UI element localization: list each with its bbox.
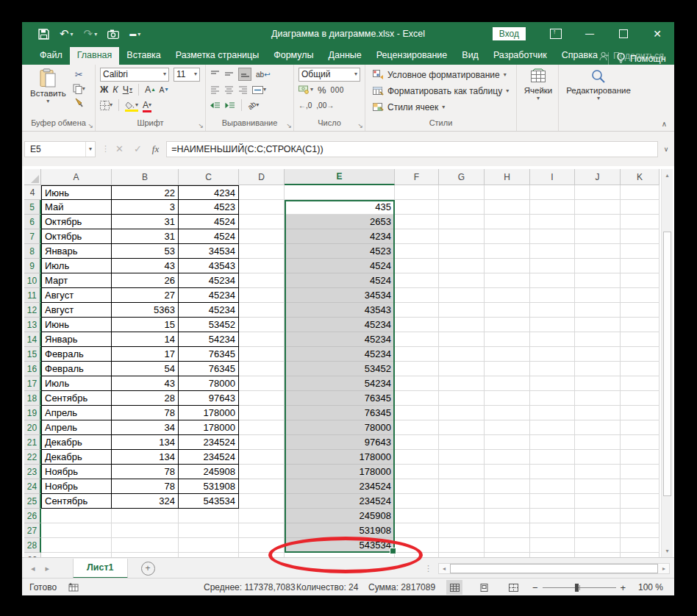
cell-d11[interactable] — [239, 288, 285, 303]
italic-button[interactable]: К — [112, 85, 118, 95]
cell-g22[interactable] — [439, 450, 485, 465]
conditional-formatting-button[interactable]: Условное форматирование▾ — [373, 67, 513, 82]
cell-h26[interactable] — [485, 509, 530, 523]
cell-a26[interactable] — [41, 509, 112, 523]
cell-d25[interactable] — [239, 494, 285, 509]
cell-j8[interactable] — [575, 244, 621, 259]
cell-d21[interactable] — [239, 435, 285, 450]
cell-d4[interactable] — [239, 185, 285, 200]
cell-k6[interactable] — [621, 215, 660, 229]
ribbon-tab-вставка[interactable]: Вставка — [119, 47, 168, 65]
cell-b23[interactable]: 78 — [112, 465, 179, 479]
cell-e12[interactable]: 43543 — [285, 303, 395, 318]
cell-f27[interactable] — [395, 523, 439, 538]
cell-k27[interactable] — [621, 523, 660, 538]
cell-b17[interactable]: 43 — [112, 376, 179, 391]
number-format-combobox[interactable]: Общий▾ — [299, 68, 360, 82]
cell-h17[interactable] — [485, 376, 530, 391]
ribbon-tab-данные[interactable]: Данные — [321, 47, 369, 65]
row-header-17[interactable]: 17 — [24, 376, 41, 391]
align-middle-button[interactable] — [224, 70, 234, 79]
cell-h19[interactable] — [485, 406, 530, 420]
select-all-corner[interactable] — [24, 169, 41, 185]
cell-d12[interactable] — [239, 303, 285, 318]
cell-i11[interactable] — [530, 288, 575, 303]
cell-f28[interactable] — [395, 538, 439, 553]
column-header-k[interactable]: K — [621, 169, 660, 185]
cell-g24[interactable] — [439, 479, 485, 494]
cell-k23[interactable] — [621, 465, 660, 479]
cell-g26[interactable] — [439, 509, 485, 523]
collapse-ribbon-button[interactable]: ∧ — [662, 120, 667, 128]
cell-k9[interactable] — [621, 259, 660, 273]
normal-view-button[interactable] — [446, 580, 462, 595]
cell-c16[interactable]: 76345 — [179, 362, 239, 376]
cell-j26[interactable] — [575, 509, 621, 523]
cell-i16[interactable] — [530, 362, 575, 376]
column-header-h[interactable]: H — [485, 169, 530, 185]
row-header-8[interactable]: 8 — [24, 244, 41, 259]
row-header-21[interactable]: 21 — [24, 435, 41, 450]
cell-e17[interactable]: 54234 — [285, 376, 395, 391]
sign-in-button[interactable]: Вход — [493, 27, 526, 40]
cell-k19[interactable] — [621, 406, 660, 420]
cell-h7[interactable] — [485, 229, 530, 244]
cell-k22[interactable] — [621, 450, 660, 465]
cell-a28[interactable] — [41, 538, 112, 553]
row-header-18[interactable]: 18 — [24, 391, 41, 406]
column-header-g[interactable]: G — [439, 169, 485, 185]
cell-d24[interactable] — [239, 479, 285, 494]
cell-k7[interactable] — [621, 229, 660, 244]
cell-j9[interactable] — [575, 259, 621, 273]
cell-g11[interactable] — [439, 288, 485, 303]
cell-b6[interactable]: 31 — [112, 215, 179, 229]
cell-g5[interactable] — [439, 200, 485, 215]
cell-c24[interactable]: 531908 — [179, 479, 239, 494]
cell-b28[interactable] — [112, 538, 179, 553]
align-bottom-button[interactable] — [238, 68, 251, 81]
cell-e5[interactable]: 435 — [285, 200, 395, 215]
cell-a22[interactable]: Декабрь — [41, 450, 112, 465]
cell-b18[interactable]: 28 — [112, 391, 179, 406]
ribbon-tab-рецензирование[interactable]: Рецензирование — [369, 47, 455, 65]
zoom-slider[interactable] — [543, 587, 616, 588]
row-header-20[interactable]: 20 — [24, 420, 41, 435]
align-center-button[interactable] — [224, 85, 234, 94]
cell-a6[interactable]: Октябрь — [41, 215, 112, 229]
cell-k17[interactable] — [621, 376, 660, 391]
align-right-button[interactable] — [238, 85, 248, 94]
cut-button[interactable]: ✂ — [73, 69, 85, 80]
cell-k12[interactable] — [621, 303, 660, 318]
cell-e11[interactable]: 34534 — [285, 288, 395, 303]
cell-f16[interactable] — [395, 362, 439, 376]
row-header-6[interactable]: 6 — [24, 215, 41, 229]
formula-bar-resize-handle[interactable]: ⋮ — [101, 144, 110, 154]
cell-d9[interactable] — [239, 259, 285, 273]
percent-style-button[interactable]: % — [318, 85, 326, 96]
cell-f15[interactable] — [395, 347, 439, 362]
cell-b26[interactable] — [112, 509, 179, 523]
cell-h23[interactable] — [485, 465, 530, 479]
font-name-combobox[interactable]: Calibri▾ — [100, 68, 169, 82]
paste-button[interactable]: Вставить ▾ — [26, 67, 70, 118]
align-top-button[interactable] — [210, 70, 220, 79]
formula-input[interactable]: =НАИМЕНЬШИЙ(C:C;СТРОКА(C1)) — [166, 141, 658, 157]
cell-e13[interactable]: 45234 — [285, 318, 395, 332]
cell-f14[interactable] — [395, 332, 439, 347]
cell-c25[interactable]: 543534 — [179, 494, 239, 509]
cell-h16[interactable] — [485, 362, 530, 376]
cell-a7[interactable]: Октябрь — [41, 229, 112, 244]
row-header-12[interactable]: 12 — [24, 303, 41, 318]
cell-j28[interactable] — [575, 538, 621, 553]
cell-e16[interactable]: 53452 — [285, 362, 395, 376]
zoom-out-button[interactable]: − — [532, 582, 538, 593]
cell-h12[interactable] — [485, 303, 530, 318]
cell-c6[interactable]: 4524 — [179, 215, 239, 229]
cell-j6[interactable] — [575, 215, 621, 229]
row-header-27[interactable]: 27 — [24, 523, 41, 538]
cell-f25[interactable] — [395, 494, 439, 509]
cell-c23[interactable]: 245908 — [179, 465, 239, 479]
fill-color-button[interactable]: ▾ — [125, 101, 138, 110]
cell-e24[interactable]: 234524 — [285, 479, 395, 494]
merge-center-button[interactable]: ▾ — [252, 86, 266, 94]
